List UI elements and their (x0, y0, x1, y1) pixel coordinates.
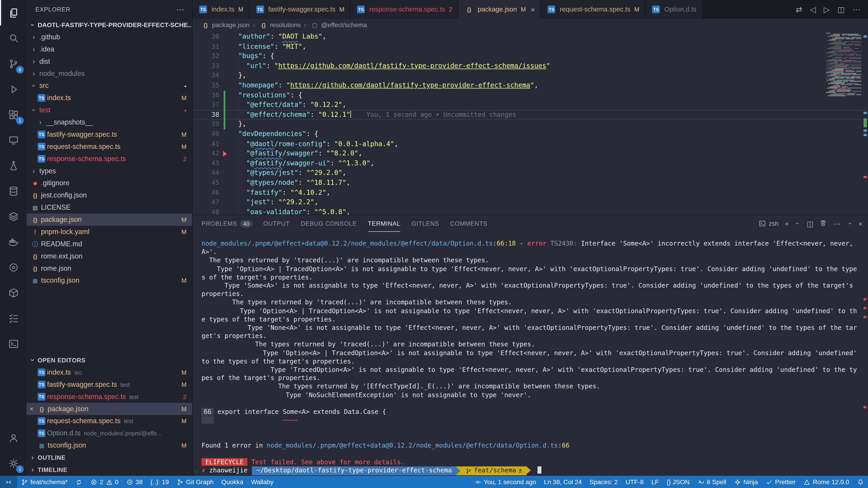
open-editor-package.json[interactable]: ×{}package.jsonM (27, 403, 192, 415)
open-editor-fastify-swagger.spec.ts[interactable]: TSfastify-swagger.spec.tstestM (27, 379, 192, 391)
project-root-row[interactable]: › DAOTL-FASTIFY-TYPE-PROVIDER-EFFECT-SCH… (27, 19, 192, 31)
panel-tab-terminal[interactable]: TERMINAL (368, 215, 400, 232)
activity-item-explorer[interactable] (0, 0, 27, 26)
breadcrumb-item-@effect/schema[interactable]: ▢@effect/schema (309, 21, 367, 29)
open-editor-Option.d.ts[interactable]: TSOption.d.tsnode_modules/.pnpm/@effe... (27, 427, 192, 440)
tree-item-index.ts[interactable]: TSindex.tsM (27, 92, 192, 104)
open-editor-tsconfig.json[interactable]: ▦tsconfig.jsonM (27, 439, 192, 451)
kill-terminal[interactable] (819, 219, 827, 228)
activity-item-source-control[interactable]: 6 (0, 51, 27, 76)
activity-item-extensions[interactable]: 1 (0, 102, 27, 127)
open-editor-request-schema.spec.ts[interactable]: TSrequest-schema.spec.tstestM (27, 415, 192, 427)
more-actions-icon[interactable]: ⋯ (852, 5, 860, 14)
tree-item-README.md[interactable]: ⓘREADME.md (27, 238, 192, 250)
close-tab-icon[interactable]: × (531, 5, 535, 13)
open-changes-icon[interactable]: ⇄ (796, 5, 802, 14)
activity-item-run-debug[interactable] (0, 76, 27, 102)
activity-item-docker[interactable] (0, 229, 27, 255)
tree-item-package.json[interactable]: {}package.jsonM (27, 214, 192, 226)
tab-index.ts[interactable]: TSindex.tsM (193, 0, 249, 19)
activity-item-testing[interactable] (0, 153, 27, 178)
tree-item-tsconfig.json[interactable]: ▦tsconfig.jsonM (27, 274, 192, 287)
split-editor-icon[interactable]: ◫ (837, 5, 845, 14)
terminal-prompt[interactable]: ○✗ zhaoweijie~/Desktop/daotl-fastify-typ… (202, 467, 857, 475)
activity-item-remote-explorer[interactable] (0, 127, 27, 153)
status-blame[interactable]: You, 1 second ago (470, 476, 540, 488)
tree-item-node_modules[interactable]: ›node_modules (27, 68, 192, 80)
status-cursor-position[interactable]: Ln 38, Col 24 (540, 476, 586, 488)
activity-item-todo[interactable] (0, 305, 27, 331)
new-terminal-icon[interactable]: + (784, 219, 789, 228)
terminal[interactable]: node_modules/.pnpm/@effect+data@0.12.2/n… (193, 232, 868, 476)
close-panel-icon[interactable]: × (858, 219, 863, 228)
status-remote-indicator[interactable] (0, 476, 17, 488)
more-actions-icon[interactable]: ⋯ (833, 219, 841, 228)
status-wallaby[interactable]: Wallaby (247, 476, 277, 488)
tree-item-pnpm-lock.yaml[interactable]: !pnpm-lock.yamlM (27, 226, 192, 238)
tree-item-__snapshots__[interactable]: ›__snapshots__ (27, 116, 192, 128)
open-editor-index.ts[interactable]: TSindex.tssrcM (27, 366, 192, 379)
status-branch[interactable]: feat/schema* (17, 476, 71, 488)
status-language-mode[interactable]: {} JSON (663, 476, 693, 488)
open-editors-header[interactable]: › OPEN EDITORS (27, 354, 192, 366)
activity-item-layers[interactable] (0, 203, 27, 229)
tree-item-src[interactable]: ›src● (27, 80, 192, 92)
status-sync[interactable] (71, 476, 86, 488)
tree-item-.idea[interactable]: ›.idea (27, 43, 192, 55)
tab-Option.d.ts[interactable]: TSOption.d.ts (646, 0, 703, 19)
terminal-dropdown-icon[interactable]: › (794, 221, 802, 226)
status-metrics[interactable]: {..}: 19 (147, 476, 173, 488)
status-git-graph[interactable]: Git Graph (173, 476, 217, 488)
maximize-panel-icon[interactable]: › (846, 221, 853, 226)
panel-tab-problems[interactable]: PROBLEMS40 (202, 215, 252, 232)
tab-request-schema.spec.ts[interactable]: TSrequest-schema.spec.tsM (541, 0, 646, 19)
panel-tab-comments[interactable]: COMMENTS (450, 215, 488, 232)
next-change-icon[interactable]: ▷ (824, 5, 830, 14)
tab-response-schema.spec.ts[interactable]: TSresponse-schema.spec.ts2 (350, 0, 458, 19)
status-prettier[interactable]: Prettier (762, 476, 800, 488)
code-editor[interactable]: 30 "author": "DAOT Labs",31 "license": "… (193, 31, 868, 215)
tree-item-fastify-swagger.spec.ts[interactable]: TSfastify-swagger.spec.tsM (27, 128, 192, 140)
tree-item-.github[interactable]: ›.github (27, 31, 192, 43)
previous-change-icon[interactable]: ◁ (810, 5, 816, 14)
tree-item-dist[interactable]: ›dist (27, 55, 192, 68)
activity-item-globe[interactable] (0, 255, 27, 280)
status-rome[interactable]: Rome 12.0.0 (800, 476, 853, 488)
breadcrumb-item-resolutions[interactable]: {}resolutions (258, 21, 301, 29)
tree-item-rome.ext.json[interactable]: {}rome.ext.json (27, 250, 192, 262)
panel-tab-output[interactable]: OUTPUT (264, 215, 290, 232)
panel-tab-gitlens[interactable]: GITLENS (411, 215, 439, 232)
status-problems[interactable]: 20 (86, 476, 122, 488)
tree-item-request-schema.spec.ts[interactable]: TSrequest-schema.spec.tsM (27, 140, 192, 153)
more-actions-icon[interactable]: ⋯ (176, 5, 184, 14)
minimap-slider[interactable] (826, 60, 862, 82)
terminal-shell-select[interactable]: zsh (758, 220, 778, 227)
panel-tab-debug-console[interactable]: DEBUG CONSOLE (301, 215, 357, 232)
activity-item-package[interactable] (0, 280, 27, 305)
activity-item-settings[interactable]: 1 (0, 450, 27, 476)
status-eol[interactable]: LF (648, 476, 663, 488)
tree-item-LICENSE[interactable]: ▤LICENSE (27, 201, 192, 214)
split-terminal-icon[interactable]: ◫ (807, 219, 813, 228)
status-encoding[interactable]: UTF-8 (622, 476, 647, 488)
timeline-header[interactable]: › TIMELINE (27, 464, 192, 476)
activity-item-accounts[interactable] (0, 425, 27, 451)
status-counter[interactable]: 38 (122, 476, 147, 488)
status-indentation[interactable]: Spaces: 2 (586, 476, 622, 488)
tree-item-test[interactable]: ›test● (27, 104, 192, 116)
tab-fastify-swagger.spec.ts[interactable]: TSfastify-swagger.spec.tsM (249, 0, 350, 19)
status-notifications[interactable] (853, 476, 868, 488)
activity-item-terminal-panel[interactable] (0, 331, 27, 356)
tree-item-response-schema.spec.ts[interactable]: TSresponse-schema.spec.ts2 (27, 153, 192, 165)
status-quokka[interactable]: Quokka (217, 476, 247, 488)
tree-item-jest.config.json[interactable]: {}jest.config.json (27, 189, 192, 201)
breadcrumb-item-package.json[interactable]: {}package.json (200, 21, 250, 29)
activity-item-database[interactable] (0, 178, 27, 204)
open-editor-response-schema.spec.ts[interactable]: TSresponse-schema.spec.tstest2 (27, 391, 192, 403)
activity-item-search[interactable] (0, 26, 27, 51)
close-icon[interactable]: × (27, 405, 37, 413)
tree-item-rome.json[interactable]: {}rome.json (27, 262, 192, 274)
outline-header[interactable]: › OUTLINE (27, 451, 192, 464)
status-ninja[interactable]: Ninja (730, 476, 762, 488)
tree-item-types[interactable]: ›types (27, 165, 192, 177)
